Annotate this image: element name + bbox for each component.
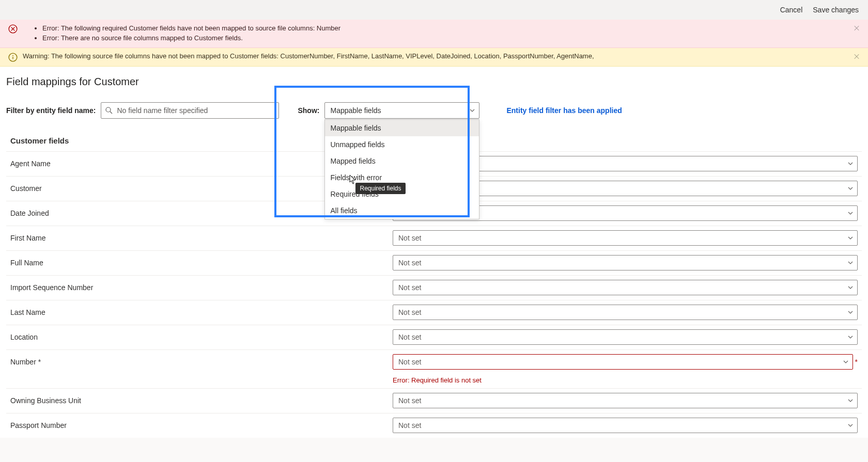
search-box <box>101 102 279 119</box>
field-select[interactable]: Not set <box>393 329 858 345</box>
select-value: Not set <box>398 259 421 267</box>
dropdown-menu: Mappable fields Unmapped fields Mapped f… <box>324 119 479 219</box>
field-select[interactable]: Not set <box>393 354 853 370</box>
field-label: Owning Business Unit <box>10 396 393 405</box>
chevron-down-icon <box>848 334 853 340</box>
field-select[interactable]: Not set <box>393 230 858 246</box>
field-label: Last Name <box>10 308 393 316</box>
error-list: Error: The following required Customer f… <box>42 24 340 43</box>
error-item: Error: The following required Customer f… <box>42 24 340 34</box>
select-value: Not set <box>398 234 421 242</box>
show-dropdown: Mappable fields Mappable fields Unmapped… <box>324 102 479 119</box>
chevron-down-icon <box>848 211 853 216</box>
field-select[interactable]: Not set <box>393 280 858 295</box>
show-dropdown-button[interactable]: Mappable fields <box>324 102 479 119</box>
field-select[interactable]: Not set <box>393 305 858 320</box>
field-row: Number *Not set * <box>6 349 862 374</box>
chevron-down-icon <box>848 423 853 428</box>
dropdown-item-mappable[interactable]: Mappable fields <box>325 120 479 136</box>
chevron-down-icon <box>470 108 475 113</box>
close-icon[interactable] <box>853 52 861 60</box>
dropdown-item-all[interactable]: All fields <box>325 202 479 219</box>
select-value: Not set <box>398 421 421 429</box>
filter-applied-message: Entity field filter has been applied <box>506 106 622 115</box>
field-select[interactable]: Not set <box>393 393 858 408</box>
filter-label: Filter by entity field name: <box>6 106 96 115</box>
save-button[interactable]: Save changes <box>813 6 859 14</box>
page-title: Field mappings for Customer <box>6 76 862 88</box>
field-select-wrap: Not set * <box>393 354 858 370</box>
dropdown-item-mapped[interactable]: Mapped fields <box>325 153 479 169</box>
cancel-button[interactable]: Cancel <box>780 6 803 14</box>
chevron-down-icon <box>848 235 853 241</box>
row-error-message: Error: Required field is not set <box>6 374 862 388</box>
field-select[interactable]: Not set <box>393 255 858 270</box>
main-content: Field mappings for Customer Filter by en… <box>0 67 868 438</box>
svg-point-6 <box>106 107 111 112</box>
field-select-wrap: Not set <box>393 305 858 320</box>
svg-point-4 <box>12 55 13 56</box>
chevron-down-icon <box>848 398 853 403</box>
search-input[interactable] <box>101 102 279 119</box>
field-select-wrap: Not set <box>393 230 858 246</box>
dropdown-item-unmapped[interactable]: Unmapped fields <box>325 136 479 153</box>
chevron-down-icon <box>848 186 853 191</box>
chevron-down-icon <box>843 359 848 364</box>
field-row: Passport NumberNot set <box>6 413 862 438</box>
field-row: First NameNot set <box>6 226 862 250</box>
show-wrap: Show: Mappable fields Mappable fields Un… <box>295 99 483 122</box>
field-row: Last NameNot set <box>6 300 862 325</box>
select-value: Not set <box>398 358 421 366</box>
field-select-wrap: Not set <box>393 418 858 433</box>
field-select-wrap: Not set <box>393 329 858 345</box>
chevron-down-icon <box>848 285 853 290</box>
field-select[interactable]: Not set <box>393 418 858 433</box>
select-value: Not set <box>398 308 421 316</box>
chevron-down-icon <box>848 310 853 315</box>
select-value: Not set <box>398 396 421 405</box>
error-icon <box>8 24 18 34</box>
cursor-icon <box>349 174 357 185</box>
info-icon <box>8 53 18 62</box>
select-value: Not set <box>398 283 421 292</box>
field-row: Full NameNot set <box>6 250 862 275</box>
field-row: LocationNot set <box>6 325 862 349</box>
field-label: Full Name <box>10 259 393 267</box>
field-label: First Name <box>10 234 393 242</box>
field-row: Owning Business UnitNot set <box>6 388 862 413</box>
required-star: * <box>855 358 858 366</box>
field-select-wrap: Not set <box>393 393 858 408</box>
field-row: Import Sequence NumberNot set <box>6 275 862 300</box>
error-item: Error: There are no source file columns … <box>42 34 340 43</box>
field-label: Import Sequence Number <box>10 283 393 292</box>
show-label: Show: <box>298 106 319 115</box>
field-label: Passport Number <box>10 421 393 429</box>
top-bar: Cancel Save changes <box>0 0 868 20</box>
field-select-wrap: Not set <box>393 280 858 295</box>
error-alert: Error: The following required Customer f… <box>0 20 868 48</box>
warning-text: Warning: The following source file colum… <box>23 52 594 60</box>
filter-row: Filter by entity field name: Show: Mappa… <box>6 99 862 122</box>
field-label: Location <box>10 333 393 341</box>
search-icon <box>105 106 113 115</box>
select-value: Not set <box>398 333 421 341</box>
chevron-down-icon <box>848 161 853 166</box>
field-label: Number * <box>10 358 393 366</box>
warning-alert: Warning: The following source file colum… <box>0 48 868 67</box>
svg-line-7 <box>110 111 112 114</box>
field-select-wrap: Not set <box>393 255 858 270</box>
close-icon[interactable] <box>853 24 861 32</box>
tooltip: Required fields <box>355 183 405 194</box>
chevron-down-icon <box>848 260 853 265</box>
dropdown-selected-text: Mappable fields <box>330 106 381 115</box>
